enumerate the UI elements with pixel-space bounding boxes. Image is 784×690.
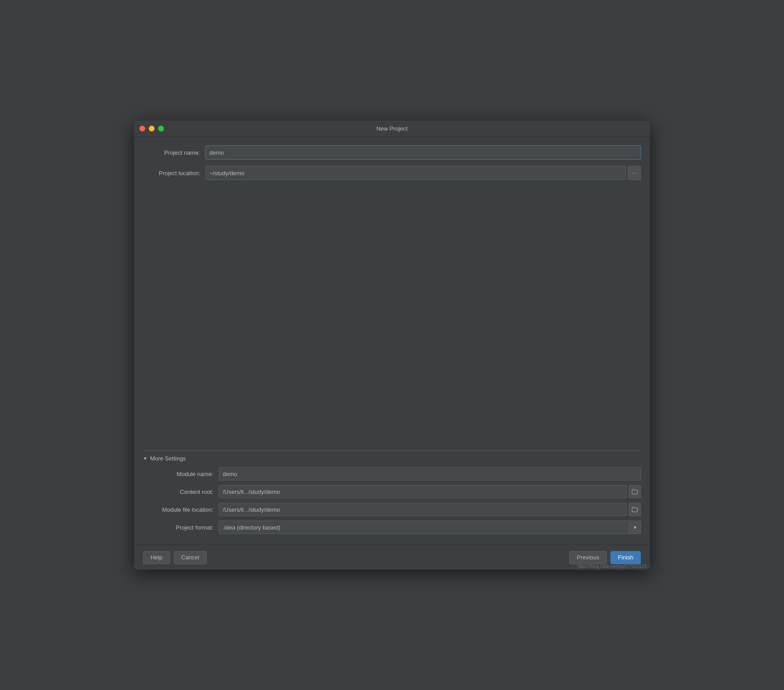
- title-bar: New Project: [134, 120, 650, 137]
- project-format-label: Project format:: [143, 524, 219, 531]
- content-root-field-group: [219, 485, 641, 498]
- ellipsis-icon: ···: [632, 170, 637, 176]
- project-format-select[interactable]: .idea (directory based): [219, 521, 629, 534]
- footer-url: https://blog.csdn.net/lyp617910123: [577, 564, 646, 569]
- content-root-browse-button[interactable]: [629, 485, 641, 498]
- more-settings-header[interactable]: ▼ More Settings: [143, 455, 641, 462]
- module-file-location-row: Module file location:: [143, 503, 641, 516]
- cancel-button[interactable]: Cancel: [174, 551, 207, 564]
- module-file-location-input[interactable]: [219, 503, 627, 516]
- dialog-content: Project name: Project location: ··· ▼ Mo…: [134, 137, 650, 545]
- previous-button[interactable]: Previous: [569, 551, 607, 564]
- project-name-row: Project name:: [143, 145, 641, 160]
- empty-area: [143, 186, 641, 450]
- project-location-browse-button[interactable]: ···: [628, 166, 641, 180]
- help-button[interactable]: Help: [143, 551, 170, 564]
- module-name-row: Module name:: [143, 467, 641, 481]
- project-location-label: Project location:: [143, 170, 205, 177]
- content-root-input[interactable]: [219, 485, 627, 498]
- window-controls: [139, 126, 164, 131]
- close-button[interactable]: [139, 126, 145, 131]
- module-file-location-field-group: [219, 503, 641, 516]
- footer-left-buttons: Help Cancel: [143, 551, 207, 564]
- project-name-label: Project name:: [143, 149, 205, 156]
- folder-icon: [632, 489, 638, 494]
- content-root-label: Content root:: [143, 489, 219, 495]
- module-name-label: Module name:: [143, 471, 219, 477]
- new-project-dialog: New Project Project name: Project locati…: [134, 120, 650, 570]
- select-arrow-icon: ▼: [629, 521, 641, 534]
- finish-button[interactable]: Finish: [610, 551, 641, 564]
- project-format-select-group: .idea (directory based) ▼: [219, 521, 641, 534]
- maximize-button[interactable]: [158, 126, 164, 131]
- content-root-row: Content root:: [143, 485, 641, 498]
- dialog-footer: Help Cancel Previous Finish https://blog…: [134, 545, 650, 570]
- project-name-input[interactable]: [205, 145, 641, 160]
- project-format-row: Project format: .idea (directory based) …: [143, 521, 641, 534]
- more-settings-section: ▼ More Settings Module name: Content roo…: [143, 450, 641, 545]
- footer-right-buttons: Previous Finish: [569, 551, 641, 564]
- minimize-button[interactable]: [149, 126, 155, 131]
- collapse-icon: ▼: [143, 456, 147, 461]
- module-file-location-label: Module file location:: [143, 506, 219, 513]
- module-name-input[interactable]: [219, 467, 641, 481]
- project-location-input[interactable]: [205, 166, 626, 180]
- project-location-row: Project location: ···: [143, 166, 641, 180]
- folder-icon-2: [632, 507, 638, 512]
- module-file-location-browse-button[interactable]: [629, 503, 641, 516]
- project-location-field-group: ···: [205, 166, 641, 180]
- more-settings-title: More Settings: [150, 455, 186, 462]
- dialog-title: New Project: [376, 125, 408, 132]
